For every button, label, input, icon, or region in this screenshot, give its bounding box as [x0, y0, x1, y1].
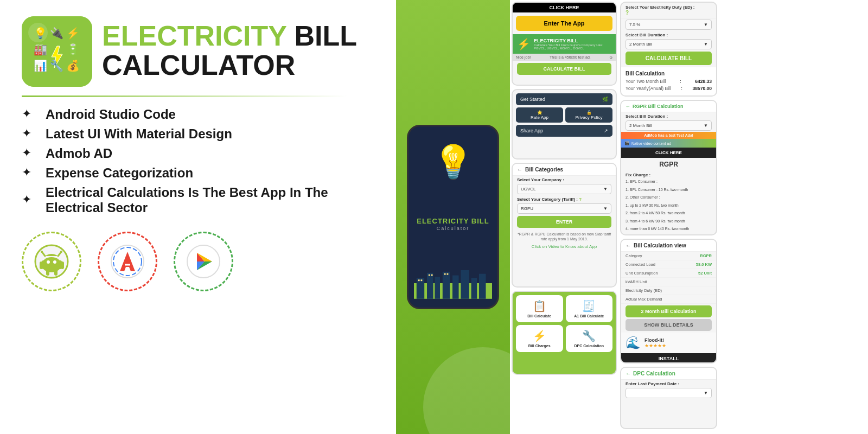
- screenshot-dpc-calc: ← DPC Calculation Enter Last Payment Dat…: [620, 367, 717, 429]
- svg-text:🔧: 🔧: [50, 59, 63, 72]
- screenshot-calculate-bill: Select Your Electricity Duty (ED) : ? 7.…: [620, 2, 717, 97]
- a1-bill-label: A1 Bill Calculate: [574, 314, 604, 318]
- svg-rect-13: [42, 260, 62, 269]
- title-underline: [22, 95, 347, 97]
- feature-text-5: Electrical Calculations Is The Best App …: [46, 185, 374, 215]
- enter-app-btn[interactable]: Enter The App: [516, 16, 612, 31]
- screenshots-col1: CLICK HERE Enter The App ⚡ ELECTRICITY B…: [510, 0, 618, 434]
- bill-charges-icon: ⚡: [533, 329, 546, 342]
- bill-top-bar: Select Your Electricity Duty (ED) : ?: [621, 3, 716, 18]
- dpc-header: ← DPC Calculation: [621, 368, 716, 380]
- show-bill-details-btn[interactable]: SHOW BILL DETAILS: [626, 319, 712, 331]
- feature-item-4: ✦ Expense Categorization: [22, 165, 374, 181]
- fix-charge-title: Fix Charge :: [621, 171, 716, 178]
- star-icon-2: ✦: [22, 126, 37, 142]
- svg-rect-48: [446, 273, 448, 275]
- two-month-label: Your Two Month Bill: [626, 79, 666, 84]
- back-arrow-billview: ←: [626, 242, 631, 248]
- leaf-icon: 🌿: [602, 97, 608, 102]
- star-icon-rate: ⭐: [519, 110, 560, 115]
- svg-point-15: [53, 260, 56, 264]
- yearly-value: 38570.00: [693, 86, 712, 91]
- duty-dropdown[interactable]: 7.5 % ▼: [626, 20, 712, 30]
- dpc-calc-icon-cell[interactable]: 🔧 DPC Calculation: [566, 325, 613, 352]
- svg-rect-42: [479, 274, 486, 299]
- bill-calculate-icon-cell[interactable]: 📋 Bill Calculate: [516, 295, 563, 322]
- electricity-duty-label: Electricity Duty (ED): [626, 288, 662, 293]
- rgpr-bill-header: ← RGPR Bill Calculation: [621, 101, 716, 112]
- category-value-bv: RGPR: [700, 253, 712, 258]
- a1-bill-icon-cell[interactable]: 🧾 A1 Bill Calculate: [566, 295, 613, 322]
- payment-date-input[interactable]: ▼: [626, 388, 712, 398]
- two-month-value: 6428.33: [695, 79, 712, 84]
- two-month-row: Your Two Month Bill : 6428.33: [626, 79, 712, 84]
- category-dropdown[interactable]: RGPU ▼: [517, 203, 611, 214]
- share-app-btn[interactable]: Share App ↗: [516, 125, 612, 137]
- calculate-bill-btn[interactable]: CALCULATE BILL: [517, 63, 611, 75]
- app-header-subtitle: Calculate Your Bill From Gujrat's Compan…: [534, 43, 611, 50]
- left-panel: 💡 🔌 ⚡ 🏭 🔋 📊 🔧 💰 ELECTRICITY BILL CALCULA…: [0, 0, 396, 434]
- duty-ed-label: Select Your Electricity Duty (ED) :: [626, 5, 694, 10]
- svg-rect-46: [431, 275, 433, 276]
- video-link[interactable]: Click on Video to Know about App: [513, 243, 616, 250]
- back-arrow-icon: ←: [517, 167, 522, 173]
- yearly-label: Your Yearly(Anual) Bill: [626, 86, 671, 91]
- company-dropdown[interactable]: UGVCL ▼: [517, 184, 611, 194]
- enter-btn[interactable]: ENTER: [517, 216, 611, 228]
- bill-charges-label: Bill Charges: [528, 344, 551, 348]
- svg-rect-21: [61, 261, 64, 269]
- phone-bulb-icon: 💡: [433, 143, 474, 181]
- feature-text-4: Expense Categorization: [46, 165, 193, 181]
- chevron-down-payment: ▼: [704, 391, 708, 395]
- bill-calc-label: Bill Calculate: [527, 314, 551, 318]
- connected-load-row: Connected Load 58.0 KW: [621, 260, 716, 269]
- admob-badge[interactable]: [98, 232, 157, 291]
- title-calculator: CALCULATOR: [102, 50, 357, 81]
- svg-text:🔌: 🔌: [50, 27, 63, 40]
- duration-label: Select Bill Duration :: [621, 31, 716, 38]
- payment-date-label: Enter Last Payment Date :: [621, 380, 716, 387]
- feature-item-1: ✦ Android Studio Code: [22, 107, 374, 122]
- share-icon: ↗: [604, 128, 608, 133]
- android-badge[interactable]: [22, 232, 81, 291]
- category-row: Category RGPR: [621, 252, 716, 260]
- ad-nice-job: Nice job!: [516, 55, 531, 59]
- privacy-policy-btn[interactable]: 🔒 Privacy Policy: [565, 107, 612, 123]
- unit-consumption-row: Unit Consumption 52 Unit: [621, 269, 716, 278]
- kvarh-row: kVARH Unit: [621, 278, 716, 286]
- rate-privacy-row: ⭐ Rate App 🔒 Privacy Policy: [516, 107, 612, 123]
- rate-app-btn[interactable]: ⭐ Rate App: [516, 107, 563, 123]
- chevron-down-duty: ▼: [704, 22, 708, 27]
- svg-rect-44: [420, 279, 422, 281]
- bill-calc-icon: 📋: [533, 299, 546, 312]
- svg-rect-20: [40, 261, 43, 269]
- ad-bar: Nice job! This is a 456x60 test ad. G: [513, 54, 616, 61]
- flood-app-name: Flood-It!: [644, 337, 666, 343]
- duration-dropdown[interactable]: 2 Month Bill ▼: [626, 39, 712, 49]
- calculate-bill-green-btn[interactable]: CALCULATE BILL: [626, 52, 712, 65]
- actual-max-row: Actual Max Demand: [621, 295, 716, 304]
- playstore-badge[interactable]: [174, 232, 233, 291]
- result-title: Bill Calculation: [626, 71, 712, 76]
- logo-area: 💡 🔌 ⚡ 🏭 🔋 📊 🔧 💰 ELECTRICITY BILL CALCULA…: [22, 16, 374, 87]
- get-started-btn[interactable]: Get Started 🌿: [516, 93, 612, 105]
- a1-bill-icon: 🧾: [582, 299, 596, 312]
- two-month-calc-btn[interactable]: 2 Month Bill Calculation: [626, 305, 712, 317]
- unit-value: 52 Unit: [698, 271, 712, 276]
- energy-charge-title: Energy Charge :: [621, 233, 716, 236]
- screenshot-bill-categories: ← Bill Categories Select Your Company : …: [512, 163, 617, 288]
- install-bar[interactable]: INSTALL: [621, 353, 716, 363]
- rgpr-duration-label: Select Bill Duration :: [621, 112, 716, 119]
- feature-text-3: Admob AD: [46, 146, 112, 161]
- help-icon: ?: [579, 197, 582, 202]
- other-val2: 2. from 2 to 4 kW 50 Rs. two month: [621, 209, 716, 218]
- categories-title: Bill Categories: [525, 167, 563, 173]
- center-panel: 💡 ELECTRICITY BILL Calculator: [396, 0, 510, 434]
- click-here-bar2[interactable]: CLICK HERE: [621, 148, 716, 158]
- bill-charges-icon-cell[interactable]: ⚡ Bill Charges: [516, 325, 563, 352]
- app-logo: 💡 🔌 ⚡ 🏭 🔋 📊 🔧 💰: [22, 16, 92, 87]
- rgpr-duration-dropdown[interactable]: 2 Month Bill ▼: [626, 120, 712, 131]
- title-bill: BILL: [294, 20, 357, 52]
- svg-rect-43: [418, 279, 420, 281]
- other-val4: 4. more than 6 kW 140 Rs. two month: [621, 225, 716, 233]
